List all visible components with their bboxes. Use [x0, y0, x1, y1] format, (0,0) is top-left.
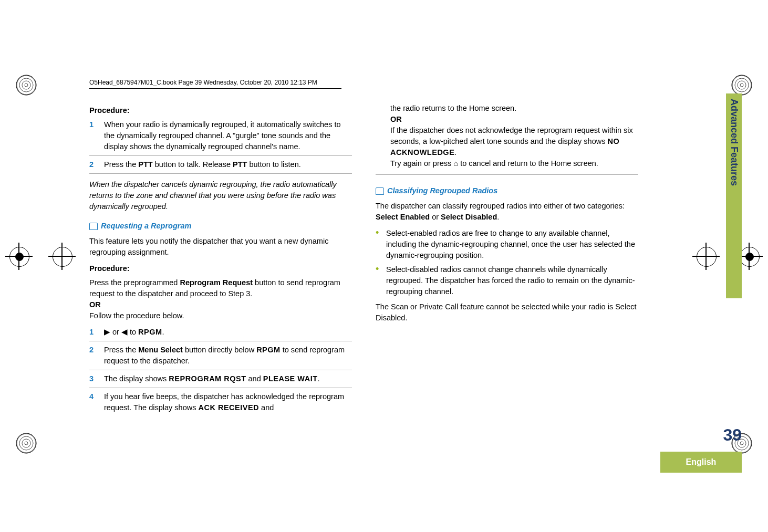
step-text: Press the Menu Select button directly be…	[104, 345, 352, 367]
text: .	[454, 148, 456, 157]
paragraph: Press the preprogrammed Reprogram Reques…	[89, 277, 352, 299]
book-icon	[376, 187, 384, 195]
ptt-label: PTT	[233, 160, 247, 169]
text: or	[430, 213, 441, 221]
text: .	[497, 213, 499, 221]
svg-point-6	[740, 84, 743, 87]
divider	[89, 370, 352, 370]
term: Select Enabled	[376, 213, 430, 221]
list-item: •Select-enabled radios are free to chang…	[376, 228, 638, 261]
language-tab: English	[660, 452, 742, 473]
text: button directly below	[183, 346, 256, 354]
crop-mark-icon	[740, 247, 759, 266]
svg-point-4	[17, 76, 36, 95]
crop-mark-icon	[9, 247, 28, 266]
section-heading: Classifying Regrouped Radios	[376, 185, 638, 196]
step-text: The display shows REPROGRAM RQST and PLE…	[104, 373, 352, 384]
bullet-text: Select-enabled radios are free to change…	[386, 228, 638, 261]
procedure-heading: Procedure:	[89, 105, 352, 116]
svg-point-11	[25, 442, 28, 445]
paragraph: the radio returns to the Home screen.	[390, 103, 638, 114]
divider	[89, 388, 352, 388]
svg-point-8	[735, 78, 749, 92]
page-number: 39	[723, 425, 742, 445]
or-label: OR	[89, 299, 352, 310]
term: Select Disabled	[441, 213, 497, 221]
registration-mark-icon	[731, 75, 752, 96]
svg-point-3	[19, 78, 33, 92]
display-text: PLEASE WAIT	[263, 374, 318, 383]
procedure-heading: Procedure:	[89, 263, 352, 274]
sidebar-tab: Advanced Features	[726, 93, 742, 298]
language-label: English	[686, 457, 717, 467]
step-text: When your radio is dynamically regrouped…	[104, 119, 352, 152]
or-label: OR	[390, 114, 638, 125]
text: button to listen.	[247, 160, 300, 169]
section-title: Requesting a Reprogram	[101, 221, 191, 232]
step-2: 2 Press the PTT button to talk. Release …	[89, 159, 352, 170]
button-label: Reprogram Request	[180, 278, 253, 287]
step-number: 1	[89, 327, 104, 338]
text: Try again or press	[390, 159, 453, 168]
left-column: Procedure: 1 When your radio is dynamica…	[89, 105, 352, 416]
step-4b: 4 If you hear five beeps, the dispatcher…	[89, 391, 352, 413]
text: If the dispatcher does not acknowledge t…	[390, 126, 633, 145]
step-text: ▶ or ◀ to RPGM.	[104, 327, 352, 338]
bullet-icon: •	[376, 264, 386, 297]
list-item: •Select-disabled radios cannot change ch…	[376, 264, 638, 297]
paragraph: This feature lets you notify the dispatc…	[89, 236, 352, 258]
step-2b: 2 Press the Menu Select button directly …	[89, 345, 352, 367]
text: ▶ or ◀ to	[104, 328, 138, 336]
text: .	[318, 374, 320, 383]
display-text: REPROGRAM RQST	[169, 374, 246, 383]
book-icon	[89, 223, 98, 230]
text: Press the preprogrammed	[89, 278, 180, 287]
step-text: Press the PTT button to talk. Release PT…	[104, 159, 352, 170]
step-number: 3	[89, 373, 104, 384]
text: OR	[390, 115, 402, 123]
text: Press the	[104, 346, 138, 354]
sidebar-label: Advanced Features	[729, 93, 740, 186]
section-title: Classifying Regrouped Radios	[387, 185, 497, 196]
step-number: 1	[89, 119, 104, 152]
ptt-label: PTT	[138, 160, 152, 169]
bullet-icon: •	[376, 228, 386, 261]
text: The dispatcher can classify regrouped ra…	[376, 202, 625, 210]
text: to cancel and return to the Home screen.	[458, 159, 598, 168]
step-number: 4	[89, 391, 104, 413]
crop-mark-icon	[697, 247, 715, 266]
right-column: the radio returns to the Home screen. OR…	[376, 103, 638, 324]
text: Press the	[104, 160, 138, 169]
svg-point-14	[17, 434, 36, 453]
section-heading: Requesting a Reprogram	[89, 221, 352, 232]
text: OR	[89, 300, 101, 309]
svg-point-7	[738, 81, 746, 89]
home-icon: ⌂	[453, 159, 458, 168]
step-text: If you hear five beeps, the dispatcher h…	[104, 391, 352, 413]
step-1b: 1 ▶ or ◀ to RPGM.	[89, 327, 352, 338]
divider	[89, 173, 352, 174]
registration-mark-icon	[16, 433, 37, 454]
bullet-text: Select-disabled radios cannot change cha…	[386, 264, 638, 297]
header-text: O5Head_6875947M01_C.book Page 39 Wednesd…	[89, 79, 317, 86]
paragraph: The dispatcher can classify regrouped ra…	[376, 201, 638, 223]
text: button to talk. Release	[153, 160, 233, 169]
page-header: O5Head_6875947M01_C.book Page 39 Wednesd…	[89, 79, 341, 89]
text: and	[259, 403, 274, 412]
step-3b: 3 The display shows REPROGRAM RQST and P…	[89, 373, 352, 384]
step-1: 1 When your radio is dynamically regroup…	[89, 119, 352, 152]
paragraph: Follow the procedure below.	[89, 310, 352, 321]
svg-point-9	[732, 76, 751, 95]
svg-point-2	[22, 81, 30, 89]
text: The display shows	[104, 374, 169, 383]
divider	[376, 174, 638, 175]
step-number: 2	[89, 159, 104, 170]
svg-point-1	[25, 84, 28, 87]
divider	[89, 155, 352, 156]
text: .	[162, 328, 164, 336]
svg-point-12	[22, 439, 30, 447]
note-text: When the dispatcher cancels dynamic regr…	[89, 179, 352, 212]
paragraph: Try again or press ⌂ to cancel and retur…	[390, 158, 638, 169]
display-text: ACK RECEIVED	[198, 403, 259, 412]
paragraph: The Scan or Private Call feature cannot …	[376, 301, 638, 324]
